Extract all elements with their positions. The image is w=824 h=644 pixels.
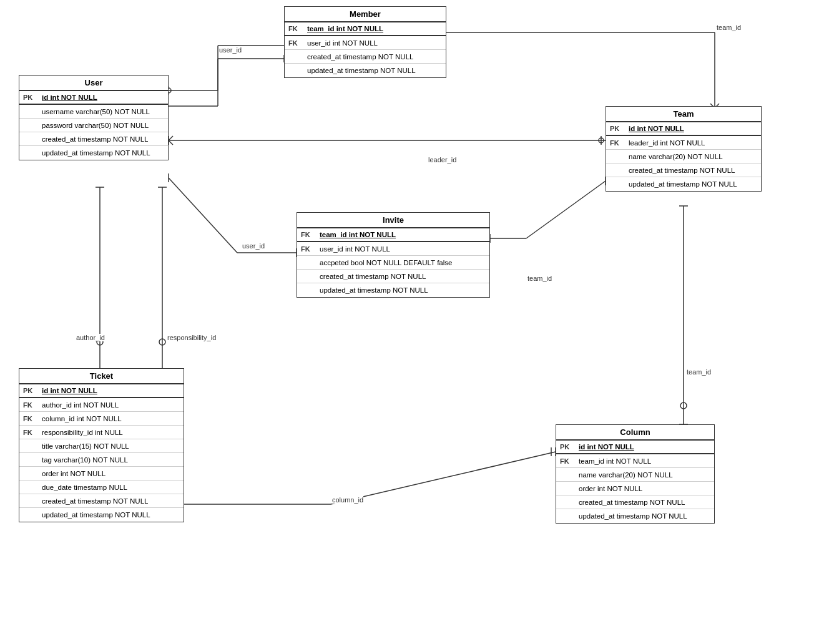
table-user-header: User	[19, 76, 168, 91]
user-row-updated: updated_at timestamp NOT NULL	[19, 146, 168, 160]
member-row-team-id: FK team_id int NOT NULL	[285, 22, 446, 36]
ticket-row-title: title varchar(15) NOT NULL	[19, 439, 184, 453]
ticket-row-author: FK author_id int NOT NULL	[19, 398, 184, 412]
svg-line-25	[169, 178, 237, 253]
label-column-id: column_id	[332, 496, 363, 504]
team-def-created: created_at timestamp NOT NULL	[629, 167, 757, 174]
member-row-user-id: FK user_id int NOT NULL	[285, 36, 446, 50]
ticket-row-id: PK id int NOT NULL	[19, 384, 184, 398]
ticket-def-updated: updated_at timestamp NOT NULL	[42, 511, 180, 519]
invite-key-team-id: FK	[301, 231, 320, 238]
ticket-row-created: created_at timestamp NOT NULL	[19, 494, 184, 508]
ticket-def-id: id int NOT NULL	[42, 387, 180, 394]
team-def-updated: updated_at timestamp NOT NULL	[629, 180, 757, 188]
invite-def-accepted: accpeted bool NOT NULL DEFAULT false	[320, 259, 486, 266]
ticket-row-column: FK column_id int NOT NULL	[19, 412, 184, 426]
ticket-key-id: PK	[23, 387, 42, 394]
user-def-updated: updated_at timestamp NOT NULL	[42, 149, 164, 157]
label-leader-id: leader_id	[428, 156, 456, 163]
ticket-key-author: FK	[23, 401, 42, 409]
team-def-name: name varchar(20) NOT NULL	[629, 153, 757, 160]
svg-line-47	[331, 452, 556, 504]
table-team: Team PK id int NOT NULL FK leader_id int…	[606, 106, 762, 192]
column-row-order: order int NOT NULL	[556, 482, 714, 495]
user-def-password: password varchar(50) NOT NULL	[42, 122, 164, 129]
table-invite-header: Invite	[297, 213, 489, 228]
invite-row-user-id: FK user_id int NOT NULL	[297, 242, 489, 256]
label-user-id-invite: user_id	[242, 242, 265, 250]
user-def-id: id int NOT NULL	[42, 94, 164, 101]
member-def-user-id: user_id int NOT NULL	[307, 39, 442, 47]
label-responsibility-id: responsibility_id	[167, 334, 216, 341]
user-row-username: username varchar(50) NOT NULL	[19, 105, 168, 119]
team-key-leader: FK	[610, 139, 629, 147]
team-row-leader: FK leader_id int NOT NULL	[606, 136, 761, 150]
team-key-id: PK	[610, 125, 629, 132]
ticket-key-column: FK	[23, 415, 42, 422]
team-def-leader: leader_id int NOT NULL	[629, 139, 757, 147]
svg-line-22	[169, 140, 173, 145]
team-row-created: created_at timestamp NOT NULL	[606, 163, 761, 177]
ticket-def-author: author_id int NOT NULL	[42, 401, 180, 409]
table-user: User PK id int NOT NULL username varchar…	[19, 75, 169, 160]
column-def-team-id: team_id int NOT NULL	[579, 457, 710, 465]
invite-def-created: created_at timestamp NOT NULL	[320, 273, 486, 280]
ticket-def-order: order int NOT NULL	[42, 470, 180, 477]
column-def-name: name varchar(20) NOT NULL	[579, 471, 710, 479]
member-def-team-id: team_id int NOT NULL	[307, 25, 442, 32]
invite-row-accepted: accpeted bool NOT NULL DEFAULT false	[297, 256, 489, 270]
invite-def-team-id: team_id int NOT NULL	[320, 231, 486, 238]
column-def-id: id int NOT NULL	[579, 443, 710, 451]
team-row-name: name varchar(20) NOT NULL	[606, 150, 761, 163]
ticket-row-order: order int NOT NULL	[19, 467, 184, 481]
member-key-user-id: FK	[288, 39, 307, 47]
label-author-id: author_id	[76, 334, 105, 341]
column-def-updated: updated_at timestamp NOT NULL	[579, 512, 710, 520]
table-column: Column PK id int NOT NULL FK team_id int…	[556, 424, 715, 524]
table-member-header: Member	[285, 7, 446, 22]
svg-line-31	[526, 181, 606, 238]
invite-def-updated: updated_at timestamp NOT NULL	[320, 286, 486, 294]
column-row-team-id: FK team_id int NOT NULL	[556, 454, 714, 468]
column-row-created: created_at timestamp NOT NULL	[556, 495, 714, 509]
ticket-row-tag: tag varchar(10) NOT NULL	[19, 453, 184, 467]
user-def-created: created_at timestamp NOT NULL	[42, 135, 164, 143]
column-key-team-id: FK	[560, 457, 579, 465]
member-def-updated: updated_at timestamp NOT NULL	[307, 67, 442, 74]
label-team-id-member: team_id	[717, 24, 741, 31]
user-row-id: PK id int NOT NULL	[19, 91, 168, 105]
invite-row-updated: updated_at timestamp NOT NULL	[297, 283, 489, 297]
table-member: Member FK team_id int NOT NULL FK user_i…	[284, 6, 446, 78]
diagram-container: team_id user_id leader_id user_id team_i…	[0, 0, 824, 644]
label-team-id-col: team_id	[687, 368, 711, 376]
column-def-created: created_at timestamp NOT NULL	[579, 499, 710, 506]
invite-def-user-id: user_id int NOT NULL	[320, 245, 486, 253]
member-row-created: created_at timestamp NOT NULL	[285, 50, 446, 64]
team-def-id: id int NOT NULL	[629, 125, 757, 132]
invite-key-user-id: FK	[301, 245, 320, 253]
label-user-id-member: user_id	[219, 46, 242, 54]
table-ticket: Ticket PK id int NOT NULL FK author_id i…	[19, 368, 184, 522]
ticket-row-responsibility: FK responsibility_id int NULL	[19, 426, 184, 439]
table-team-header: Team	[606, 107, 761, 122]
member-def-created: created_at timestamp NOT NULL	[307, 53, 442, 61]
table-column-header: Column	[556, 425, 714, 441]
column-row-name: name varchar(20) NOT NULL	[556, 468, 714, 482]
user-row-password: password varchar(50) NOT NULL	[19, 119, 168, 132]
svg-point-55	[680, 402, 687, 409]
label-team-id-invite: team_id	[527, 275, 552, 282]
table-ticket-header: Ticket	[19, 369, 184, 384]
column-row-id: PK id int NOT NULL	[556, 441, 714, 454]
member-row-updated: updated_at timestamp NOT NULL	[285, 64, 446, 77]
ticket-def-due-date: due_date timestamp NULL	[42, 484, 180, 491]
svg-point-43	[159, 339, 165, 345]
team-row-updated: updated_at timestamp NOT NULL	[606, 177, 761, 191]
ticket-key-responsibility: FK	[23, 429, 42, 436]
ticket-row-updated: updated_at timestamp NOT NULL	[19, 508, 184, 522]
ticket-row-due-date: due_date timestamp NULL	[19, 481, 184, 494]
invite-row-team-id: FK team_id int NOT NULL	[297, 228, 489, 242]
table-invite: Invite FK team_id int NOT NULL FK user_i…	[297, 212, 490, 298]
ticket-def-title: title varchar(15) NOT NULL	[42, 442, 180, 450]
ticket-def-column: column_id int NOT NULL	[42, 415, 180, 422]
ticket-def-created: created_at timestamp NOT NULL	[42, 497, 180, 505]
